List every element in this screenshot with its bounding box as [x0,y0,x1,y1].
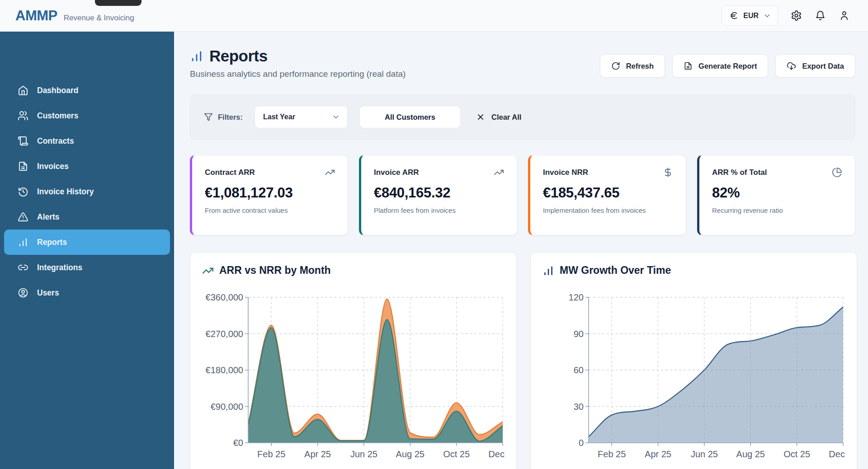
svg-text:Apr 25: Apr 25 [304,449,331,459]
sidebar-item-label: Reports [37,238,67,247]
metric-description: Platform fees from invoices [374,206,504,214]
sidebar-item-reports[interactable]: Reports [4,230,170,255]
page-title: Reports [209,47,268,65]
sidebar-item-customers[interactable]: Customers [4,103,170,128]
notifications-button[interactable] [815,10,826,21]
chart-title: ARR vs NRR by Month [219,264,331,277]
bar-chart-icon [190,49,203,63]
sidebar-item-contracts[interactable]: Contracts [4,128,170,154]
chevron-down-icon [763,12,771,20]
chevron-down-icon [332,113,340,121]
sidebar-item-label: Invoice History [37,187,94,197]
svg-text:Dec 25: Dec 25 [829,449,845,459]
svg-text:120: 120 [569,292,584,302]
arr-vs-nrr-area-chart: €0€90,000€180,000€270,000€360,000Feb 25A… [202,284,505,469]
sidebar-item-dashboard[interactable]: Dashboard [4,78,170,103]
metric-value: €840,165.32 [374,185,504,201]
clear-all-button[interactable]: Clear All [476,113,521,122]
svg-text:60: 60 [574,365,584,375]
metric-label: ARR % of Total [712,168,767,177]
export-data-button[interactable]: Export Data [775,54,855,78]
svg-text:Aug 25: Aug 25 [736,449,765,459]
user-circle-icon [18,287,28,298]
gear-icon [791,10,802,21]
cloud-download-icon [787,61,796,71]
currency-code: EUR [743,12,759,20]
filter-bar: Filters: Last Year All Customers Clear A… [190,94,855,140]
sidebar: Dashboard Customers Contracts Invoices I… [0,32,174,469]
svg-text:Oct 25: Oct 25 [783,449,810,459]
metric-card-arr-percent: ARR % of Total 82% Recurring revenue rat… [697,155,855,235]
svg-text:Jun 25: Jun 25 [350,449,377,459]
metric-card-invoice-arr: Invoice ARR €840,165.32 Platform fees fr… [359,155,517,235]
mw-growth-area-chart: 0306090120Feb 25Apr 25Jun 25Aug 25Oct 25… [542,284,845,469]
scroll-icon [18,136,28,146]
sidebar-item-invoices[interactable]: Invoices [4,154,170,179]
sidebar-item-users[interactable]: Users [4,280,170,305]
svg-text:€0: €0 [233,438,243,448]
customers-select[interactable]: All Customers [359,106,461,128]
bar-chart-icon [542,265,554,277]
sidebar-item-label: Contracts [37,136,74,146]
customers-select-value: All Customers [385,113,435,122]
history-icon [18,186,28,197]
svg-text:30: 30 [574,402,584,412]
svg-text:Feb 25: Feb 25 [598,449,626,459]
alert-triangle-icon [18,211,28,222]
clear-all-label: Clear All [491,113,521,122]
svg-text:Dec 25: Dec 25 [488,449,505,459]
charts-row: ARR vs NRR by Month €0€90,000€180,000€27… [190,252,855,469]
sidebar-item-label: Customers [37,111,78,121]
brand: AMMP Revenue & Invoicing [15,8,134,24]
metric-value: 82% [712,185,842,201]
sidebar-item-alerts[interactable]: Alerts [4,204,170,230]
sidebar-item-label: Alerts [37,212,60,222]
product-name: Revenue & Invoicing [64,14,134,23]
app-logo: AMMP [15,8,57,24]
svg-text:0: 0 [579,438,584,448]
link-icon [18,262,28,273]
metric-cards: Contract ARR €1,081,127.03 From active c… [190,155,855,235]
bell-icon [815,10,826,21]
currency-selector[interactable]: EUR [722,5,778,26]
svg-text:€270,000: €270,000 [206,329,243,339]
user-icon [839,10,850,21]
svg-text:€90,000: €90,000 [211,402,243,412]
metric-label: Contract ARR [205,168,255,177]
metric-card-invoice-nrr: Invoice NRR €185,437.65 Implementation f… [528,155,686,235]
page-header: Reports Business analytics and performan… [190,47,855,79]
metric-card-contract-arr: Contract ARR €1,081,127.03 From active c… [190,155,348,235]
metric-description: Recurring revenue ratio [712,206,842,214]
filters-label: Filters: [218,113,243,122]
sidebar-item-integrations[interactable]: Integrations [4,255,170,280]
refresh-button[interactable]: Refresh [600,54,665,78]
settings-button[interactable] [791,10,802,21]
period-select-value: Last Year [263,113,295,121]
dollar-sign-icon [663,167,673,178]
file-text-icon [684,61,693,70]
svg-text:€360,000: €360,000 [206,292,243,302]
main-content: Reports Business analytics and performan… [174,32,868,469]
account-button[interactable] [839,10,850,21]
chart-card-arr-vs-nrr: ARR vs NRR by Month €0€90,000€180,000€27… [190,252,517,469]
refresh-icon [611,61,620,70]
sidebar-item-label: Dashboard [37,86,78,95]
clipped-dark-overlay [95,0,142,6]
generate-report-button-label: Generate Report [698,62,757,70]
metric-label: Invoice NRR [543,168,588,177]
svg-text:Aug 25: Aug 25 [396,449,425,459]
sidebar-item-label: Users [37,288,59,298]
metric-label: Invoice ARR [374,168,419,177]
generate-report-button[interactable]: Generate Report [672,54,768,78]
period-select[interactable]: Last Year [255,106,348,128]
chart-title: MW Growth Over Time [560,264,671,277]
trending-up-icon [494,167,504,178]
file-text-icon [18,161,28,172]
svg-text:90: 90 [574,329,584,339]
sidebar-item-invoice-history[interactable]: Invoice History [4,179,170,204]
metric-value: €1,081,127.03 [205,185,335,201]
chart-card-mw-growth: MW Growth Over Time 0306090120Feb 25Apr … [530,252,857,469]
close-icon [476,113,485,122]
funnel-icon [204,113,213,122]
refresh-button-label: Refresh [626,62,654,70]
